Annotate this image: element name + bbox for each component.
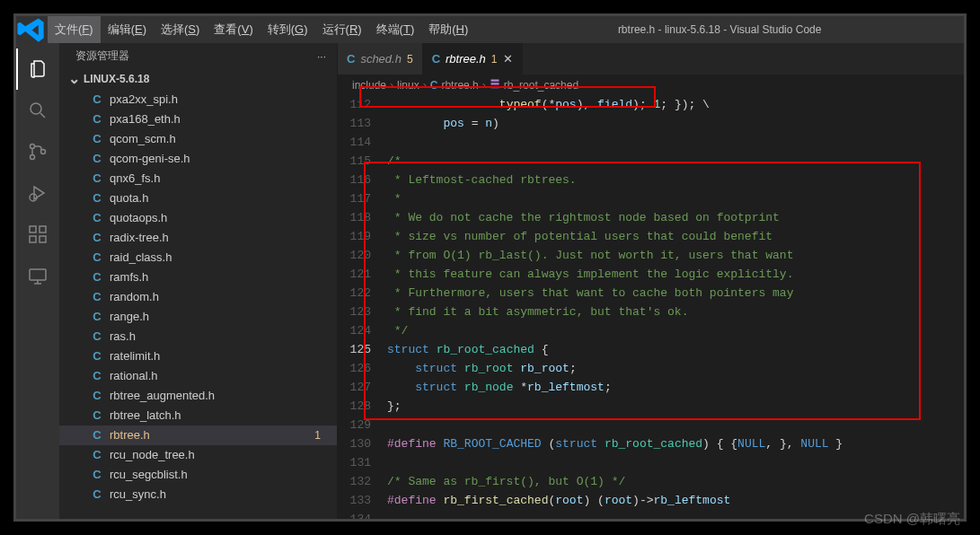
window-title: rbtree.h - linux-5.6.18 - Visual Studio … [475, 23, 964, 36]
c-file-icon: C [90, 388, 104, 404]
chevron-right-icon: › [482, 79, 486, 92]
file-ratelimit-h[interactable]: Cratelimit.h [59, 346, 337, 366]
file-label: rcu_node_tree.h [110, 447, 195, 463]
menu-h[interactable]: 帮助(H) [421, 16, 475, 43]
c-file-icon: C [90, 171, 104, 187]
more-icon[interactable]: ··· [317, 50, 326, 63]
c-file-icon: C [90, 230, 104, 246]
tab-rbtree-h[interactable]: Crbtree.h1✕ [423, 43, 523, 75]
file-range-h[interactable]: Crange.h [59, 307, 337, 327]
git-badge: 1 [491, 53, 498, 66]
git-badge: 5 [407, 53, 413, 66]
menu-e[interactable]: 编辑(E) [101, 16, 154, 43]
menu-f[interactable]: 文件(F) [48, 16, 101, 43]
svg-rect-7 [40, 236, 46, 242]
workspace-folder[interactable]: ⌄ LINUX-5.6.18 [59, 67, 337, 90]
svg-point-1 [31, 145, 35, 149]
file-label: qcom_scm.h [110, 131, 176, 147]
file-random-h[interactable]: Crandom.h [59, 287, 337, 307]
file-label: ratelimit.h [110, 348, 160, 364]
c-file-icon: C [90, 92, 104, 108]
file-qnx6_fs-h[interactable]: Cqnx6_fs.h [59, 169, 337, 189]
c-file-icon: C [90, 111, 104, 127]
file-rcu_node_tree-h[interactable]: Crcu_node_tree.h [59, 445, 337, 465]
file-rbtree-h[interactable]: Crbtree.h1 [59, 425, 337, 445]
svg-point-0 [31, 103, 41, 114]
c-file-icon: C [90, 151, 104, 167]
extensions-icon[interactable] [16, 214, 59, 255]
file-label: rcu_segcblist.h [110, 467, 188, 483]
menu-r[interactable]: 运行(R) [315, 16, 369, 43]
file-rbtree_augmented-h[interactable]: Crbtree_augmented.h [59, 386, 337, 406]
close-icon[interactable]: ✕ [503, 52, 513, 66]
search-icon[interactable] [16, 90, 59, 131]
c-file-icon: C [90, 487, 104, 503]
tab-label: rbtree.h [446, 52, 486, 66]
svg-rect-6 [30, 236, 36, 242]
file-rcu_sync-h[interactable]: Crcu_sync.h [59, 485, 337, 504]
svg-rect-9 [30, 269, 46, 280]
c-file-icon: C [432, 52, 440, 66]
file-raid_class-h[interactable]: Craid_class.h [59, 248, 337, 268]
code-content[interactable]: typeof(*pos), field); 1; }); \ pos = n)/… [387, 95, 964, 519]
git-badge: 1 [314, 427, 326, 443]
svg-point-3 [41, 150, 46, 154]
c-file-icon: C [90, 131, 104, 147]
code-editor[interactable]: 1121131141151161171181191201211221231241… [338, 95, 964, 519]
file-label: radix-tree.h [110, 230, 169, 246]
explorer-icon[interactable] [16, 48, 59, 90]
editor-tabs: Csched.h5Crbtree.h1✕ [338, 43, 964, 75]
file-rcu_segcblist-h[interactable]: Crcu_segcblist.h [59, 465, 337, 485]
file-label: rbtree.h [110, 427, 150, 443]
scm-icon[interactable] [16, 131, 59, 172]
file-label: rbtree_augmented.h [110, 388, 215, 404]
c-file-icon: C [90, 269, 104, 285]
chevron-right-icon: › [390, 79, 393, 92]
menu-s[interactable]: 选择(S) [154, 16, 207, 43]
file-qcom-geni-se-h[interactable]: Cqcom-geni-se.h [59, 149, 337, 169]
file-ramfs-h[interactable]: Cramfs.h [59, 268, 337, 287]
file-label: rcu_sync.h [110, 487, 166, 503]
c-file-icon: C [90, 190, 104, 206]
c-file-icon: C [90, 309, 104, 325]
breadcrumb[interactable]: include › linux › C rbtree.h › rb_root_c… [338, 75, 964, 95]
explorer-title: 资源管理器 [75, 48, 129, 64]
c-file-icon: C [90, 250, 104, 266]
c-file-icon: C [347, 52, 355, 66]
c-file-icon: C [430, 79, 438, 92]
file-list: Cpxa2xx_spi.hCpxa168_eth.hCqcom_scm.hCqc… [59, 90, 337, 519]
activity-bar [16, 43, 59, 519]
file-label: quotaops.h [110, 210, 167, 226]
explorer-panel: 资源管理器 ··· ⌄ LINUX-5.6.18 Cpxa2xx_spi.hCp… [59, 43, 338, 519]
file-label: quota.h [110, 190, 148, 206]
titlebar: 文件(F)编辑(E)选择(S)查看(V)转到(G)运行(R)终端(T)帮助(H)… [16, 16, 964, 43]
file-qcom_scm-h[interactable]: Cqcom_scm.h [59, 129, 337, 149]
c-file-icon: C [90, 289, 104, 305]
file-rational-h[interactable]: Crational.h [59, 366, 337, 386]
remote-icon[interactable] [16, 255, 59, 296]
c-file-icon: C [90, 447, 104, 463]
menu-g[interactable]: 转到(G) [260, 16, 315, 43]
file-pxa2xx_spi-h[interactable]: Cpxa2xx_spi.h [59, 90, 337, 110]
file-pxa168_eth-h[interactable]: Cpxa168_eth.h [59, 110, 337, 129]
file-rbtree_latch-h[interactable]: Crbtree_latch.h [59, 406, 337, 425]
c-file-icon: C [90, 329, 104, 345]
file-label: random.h [110, 289, 159, 305]
tab-sched-h[interactable]: Csched.h5 [338, 43, 423, 75]
menubar: 文件(F)编辑(E)选择(S)查看(V)转到(G)运行(R)终端(T)帮助(H) [48, 16, 475, 43]
c-file-icon: C [90, 408, 104, 424]
svg-rect-5 [30, 226, 36, 232]
menu-v[interactable]: 查看(V) [207, 16, 260, 43]
debug-icon[interactable] [16, 172, 59, 214]
c-file-icon: C [90, 368, 104, 384]
file-quotaops-h[interactable]: Cquotaops.h [59, 208, 337, 228]
editor-area: Csched.h5Crbtree.h1✕ include › linux › C… [338, 43, 964, 519]
file-ras-h[interactable]: Cras.h [59, 327, 337, 346]
file-label: rbtree_latch.h [110, 408, 181, 424]
file-quota-h[interactable]: Cquota.h [59, 189, 337, 208]
c-file-icon: C [90, 427, 104, 443]
menu-t[interactable]: 终端(T) [369, 16, 422, 43]
file-radix-tree-h[interactable]: Cradix-tree.h [59, 228, 337, 248]
line-numbers: 1121131141151161171181191201211221231241… [338, 95, 387, 519]
file-label: pxa168_eth.h [110, 111, 181, 127]
